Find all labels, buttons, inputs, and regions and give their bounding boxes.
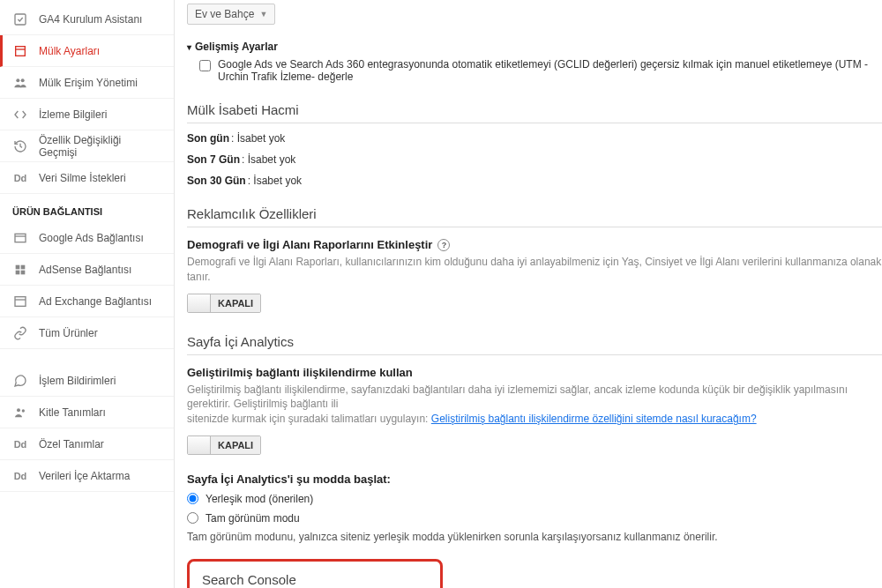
svg-rect-11 bbox=[15, 296, 26, 306]
sidebar-item-ga4-assistant[interactable]: GA4 Kurulum Asistanı bbox=[0, 4, 174, 35]
svg-point-4 bbox=[21, 78, 25, 82]
svg-rect-5 bbox=[15, 234, 26, 242]
sidebar-item-tracking-info[interactable]: İzleme Bilgileri bbox=[0, 99, 174, 130]
hit-volume-row: Son 30 Gün: İsabet yok bbox=[187, 175, 882, 187]
search-console-highlight: Search Console Search Console'u ayarlayı… bbox=[187, 559, 443, 588]
chevron-down-icon: ▾ bbox=[187, 42, 191, 52]
users-icon bbox=[12, 75, 28, 91]
dd-icon: Dd bbox=[12, 468, 28, 484]
sidebar-item-label: Google Ads Bağlantısı bbox=[39, 232, 144, 244]
chevron-down-icon: ▼ bbox=[259, 10, 267, 19]
sidebar-item-label: Mülk Erişim Yönetimi bbox=[39, 77, 138, 89]
enhanced-link-description: Geliştirilmiş bağlantı ilişkilendirme, s… bbox=[187, 383, 882, 427]
sidebar-item-google-ads[interactable]: Google Ads Bağlantısı bbox=[0, 222, 174, 254]
hit-volume-row: Son 7 Gün: İsabet yok bbox=[187, 153, 882, 166]
advanced-settings-label: Gelişmiş Ayarlar bbox=[195, 41, 278, 53]
sidebar-item-custom-definitions[interactable]: Dd Özel Tanımlar bbox=[0, 428, 174, 460]
svg-rect-8 bbox=[21, 264, 26, 269]
category-dropdown[interactable]: Ev ve Bahçe ▼ bbox=[187, 4, 275, 25]
search-console-heading: Search Console bbox=[202, 572, 428, 588]
manual-tagging-label: Google Ads ve Search Ads 360 entegrasyon… bbox=[218, 58, 882, 83]
inpage-mode-description: Tam görünüm modunu, yalnızca siteniz yer… bbox=[187, 530, 882, 545]
fullview-mode-radio[interactable] bbox=[187, 512, 198, 524]
code-icon bbox=[12, 107, 28, 123]
toggle-handle bbox=[188, 436, 211, 454]
sidebar-item-label: AdSense Bağlantısı bbox=[39, 264, 131, 276]
sidebar-item-label: Tüm Ürünler bbox=[39, 327, 98, 339]
sidebar-item-audience-definitions[interactable]: Kitle Tanımları bbox=[0, 397, 174, 428]
sidebar-item-label: İzleme Bilgileri bbox=[39, 108, 107, 121]
sidebar-item-label: Verileri İçe Aktarma bbox=[39, 470, 130, 482]
chat-icon bbox=[12, 373, 28, 389]
sidebar-item-property-settings[interactable]: Mülk Ayarları bbox=[0, 35, 174, 67]
toggle-off-label: KAPALI bbox=[211, 294, 260, 312]
demographics-subheading: Demografi ve İlgi Alanı Raporlarını Etki… bbox=[187, 238, 882, 251]
sidebar-item-label: GA4 Kurulum Asistanı bbox=[39, 13, 142, 26]
manual-tagging-checkbox[interactable] bbox=[199, 60, 211, 71]
toggle-handle bbox=[188, 294, 211, 312]
checkbox-icon bbox=[12, 11, 28, 27]
svg-rect-1 bbox=[16, 46, 26, 56]
enhanced-link-toggle[interactable]: KAPALI bbox=[187, 435, 261, 455]
sidebar-item-label: Veri Silme İstekleri bbox=[39, 172, 126, 184]
advertising-heading: Reklamcılık Özellikleri bbox=[187, 206, 882, 227]
svg-rect-10 bbox=[21, 270, 26, 274]
sidebar-heading-product-linking: ÜRÜN BAĞLANTISI bbox=[0, 194, 174, 222]
demographics-toggle[interactable]: KAPALI bbox=[187, 294, 261, 313]
sidebar-item-data-import[interactable]: Dd Verileri İçe Aktarma bbox=[0, 460, 174, 492]
sidebar-item-label: Kitle Tanımları bbox=[39, 406, 106, 419]
hit-volume-heading: Mülk İsabeti Hacmi bbox=[187, 102, 882, 123]
sidebar-item-label: Özel Tanımlar bbox=[39, 438, 104, 450]
svg-point-14 bbox=[22, 409, 25, 412]
sidebar-item-label: Özellik Değişikliği Geçmişi bbox=[39, 134, 161, 159]
help-icon[interactable]: ? bbox=[437, 239, 450, 251]
fullview-mode-label: Tam görünüm modu bbox=[206, 512, 300, 525]
svg-point-13 bbox=[17, 408, 20, 412]
dd-icon: Dd bbox=[12, 170, 28, 186]
sidebar: GA4 Kurulum Asistanı Mülk Ayarları Mülk … bbox=[0, 0, 175, 588]
svg-rect-0 bbox=[15, 14, 26, 25]
sidebar-item-property-access[interactable]: Mülk Erişim Yönetimi bbox=[0, 67, 174, 99]
embedded-mode-label: Yerleşik mod (önerilen) bbox=[206, 493, 313, 505]
advanced-settings-toggle[interactable]: ▾ Gelişmiş Ayarlar bbox=[187, 41, 882, 53]
audience-icon bbox=[12, 405, 28, 421]
toggle-off-label: KAPALI bbox=[211, 436, 260, 454]
history-icon bbox=[12, 138, 28, 154]
sidebar-item-adsense[interactable]: AdSense Bağlantısı bbox=[0, 254, 174, 286]
demographics-description: Demografi ve İlgi Alanı Raporları, kulla… bbox=[187, 255, 882, 285]
enhanced-link-help-link[interactable]: Geliştirilmiş bağlantı ilişkilendirme öz… bbox=[431, 413, 757, 425]
sidebar-item-label: Ad Exchange Bağlantısı bbox=[39, 295, 152, 308]
svg-rect-9 bbox=[16, 270, 20, 274]
sidebar-item-label: Mülk Ayarları bbox=[39, 45, 100, 57]
link-icon bbox=[12, 325, 28, 341]
enhanced-link-subheading: Geliştirilmiş bağlantı ilişkilendirme ku… bbox=[187, 366, 882, 379]
sidebar-item-all-products[interactable]: Tüm Ürünler bbox=[0, 317, 174, 349]
dd-icon: Dd bbox=[12, 436, 28, 452]
inpage-mode-label: Sayfa İçi Analytics'i şu modda başlat: bbox=[187, 473, 882, 486]
dropdown-label: Ev ve Bahçe bbox=[195, 8, 254, 20]
sidebar-item-data-deletion[interactable]: Dd Veri Silme İstekleri bbox=[0, 162, 174, 194]
exchange-icon bbox=[12, 294, 28, 309]
inpage-heading: Sayfa İçi Analytics bbox=[187, 334, 882, 355]
sidebar-item-postbacks[interactable]: İşlem Bildirimleri bbox=[0, 365, 174, 397]
ads-icon bbox=[12, 230, 28, 246]
svg-point-3 bbox=[16, 78, 19, 82]
sidebar-item-label: İşlem Bildirimleri bbox=[39, 375, 116, 387]
embedded-mode-radio[interactable] bbox=[187, 493, 198, 504]
main-content: Ev ve Bahçe ▼ ▾ Gelişmiş Ayarlar Google … bbox=[175, 0, 882, 588]
svg-rect-7 bbox=[16, 264, 20, 269]
hit-volume-row: Son gün: İsabet yok bbox=[187, 132, 882, 145]
sidebar-item-ad-exchange[interactable]: Ad Exchange Bağlantısı bbox=[0, 286, 174, 317]
adsense-icon bbox=[12, 262, 28, 278]
sidebar-item-change-history[interactable]: Özellik Değişikliği Geçmişi bbox=[0, 130, 174, 162]
property-icon bbox=[12, 43, 28, 59]
